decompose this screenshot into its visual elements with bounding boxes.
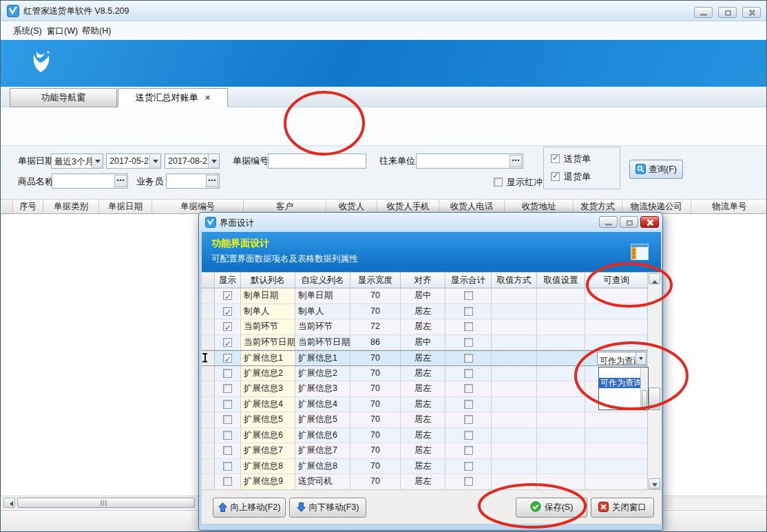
date-range-select[interactable]: 最近3个月 — [51, 153, 103, 169]
visible-cell[interactable] — [215, 319, 241, 334]
menu-help[interactable]: 帮助(H) — [82, 25, 111, 37]
column-header[interactable]: 收货人电话 — [439, 200, 505, 213]
show-total-cell[interactable] — [445, 335, 492, 350]
value-setting-cell[interactable] — [537, 459, 585, 474]
value-setting-cell[interactable] — [537, 304, 585, 319]
table-row[interactable]: 制单日期 制单日期 70 居中 — [202, 288, 647, 304]
value-method-cell[interactable] — [492, 474, 537, 489]
align-cell[interactable]: 居左 — [401, 397, 445, 412]
queryable-cell[interactable]: 可作为查询条件 — [585, 351, 647, 365]
dialog-maximize-button[interactable] — [620, 216, 638, 228]
checkbox-icon[interactable] — [223, 400, 232, 409]
partner-input[interactable]: ⋯ — [416, 153, 523, 169]
default-name-cell[interactable]: 扩展信息7 — [241, 443, 295, 458]
dialog-close-button[interactable] — [640, 216, 659, 228]
menu-system[interactable]: 系统(S) — [13, 25, 42, 37]
table-row[interactable]: 扩展信息9 送货司机 70 居左 — [202, 474, 647, 490]
queryable-cell[interactable] — [585, 474, 647, 489]
value-method-cell[interactable] — [492, 288, 537, 304]
column-header[interactable]: 显示 — [215, 273, 241, 288]
visible-cell[interactable] — [215, 443, 241, 458]
custom-name-cell[interactable]: 扩展信息2 — [295, 366, 350, 381]
default-name-cell[interactable]: 扩展信息8 — [241, 459, 295, 474]
close-button[interactable] — [742, 7, 761, 18]
date-from-select[interactable]: 2017-05-21 — [106, 153, 161, 169]
dialog-minimize-button[interactable] — [599, 216, 618, 228]
queryable-cell[interactable] — [585, 428, 647, 443]
value-method-cell[interactable] — [492, 304, 537, 319]
column-header[interactable]: 物流快递公司 — [622, 200, 691, 213]
column-header[interactable]: 对齐 — [401, 273, 445, 288]
visible-cell[interactable] — [215, 412, 241, 427]
table-row[interactable]: 扩展信息8 扩展信息8 70 居左 — [202, 459, 647, 475]
width-cell[interactable]: 70 — [350, 366, 401, 381]
bill-no-input[interactable] — [268, 153, 366, 169]
queryable-cell[interactable] — [585, 304, 647, 319]
width-cell[interactable]: 70 — [350, 288, 401, 304]
checkbox-icon[interactable] — [223, 354, 232, 363]
checkbox-icon[interactable] — [223, 477, 232, 486]
column-header[interactable]: 序号 — [13, 200, 43, 213]
column-header[interactable]: 显示宽度 — [350, 273, 401, 288]
dropdown-scrollbar[interactable] — [640, 368, 648, 409]
column-header[interactable]: 取值方式 — [492, 273, 537, 288]
default-name-cell[interactable]: 扩展信息4 — [241, 397, 295, 412]
chevron-down-icon[interactable] — [92, 154, 103, 168]
checkbox-icon[interactable] — [464, 369, 473, 378]
value-setting-cell[interactable] — [537, 366, 585, 381]
value-method-cell[interactable] — [492, 428, 537, 443]
menu-window[interactable]: 窗口(W) — [47, 25, 78, 37]
width-cell[interactable]: 70 — [350, 459, 401, 474]
align-cell[interactable]: 居左 — [401, 351, 445, 365]
checkbox-icon[interactable] — [223, 369, 232, 378]
custom-name-cell[interactable]: 当前环节 — [295, 319, 350, 334]
column-header[interactable]: 物流单号 — [691, 200, 767, 213]
value-setting-cell[interactable] — [537, 381, 585, 396]
show-total-cell[interactable] — [445, 474, 492, 489]
align-cell[interactable]: 居左 — [401, 474, 445, 489]
align-cell[interactable]: 居左 — [401, 381, 445, 396]
visible-cell[interactable] — [215, 335, 241, 350]
save-button[interactable]: 保存(S) — [516, 498, 587, 518]
align-cell[interactable]: 居左 — [401, 319, 445, 334]
table-row[interactable]: 扩展信息4 扩展信息4 70 居左 — [202, 397, 647, 413]
column-header[interactable]: 默认列名 — [241, 273, 295, 288]
return-checkbox[interactable]: 退货单 — [551, 171, 591, 183]
scroll-down-button[interactable] — [649, 478, 660, 489]
delivery-checkbox[interactable]: 送货单 — [551, 153, 591, 165]
ellipsis-button[interactable]: ⋯ — [114, 175, 127, 187]
queryable-cell[interactable] — [585, 288, 647, 304]
visible-cell[interactable] — [215, 351, 241, 365]
visible-cell[interactable] — [215, 428, 241, 443]
value-method-cell[interactable] — [492, 381, 537, 396]
value-method-cell[interactable] — [492, 366, 537, 381]
column-header[interactable]: 收货地址 — [505, 200, 574, 213]
show-total-cell[interactable] — [445, 397, 492, 412]
width-cell[interactable]: 70 — [350, 304, 401, 319]
custom-name-cell[interactable]: 扩展信息1 — [295, 351, 350, 365]
table-row[interactable]: 扩展信息3 扩展信息3 70 居左 — [202, 381, 647, 397]
checkbox-icon[interactable] — [223, 338, 232, 347]
show-total-cell[interactable] — [445, 428, 492, 443]
custom-name-cell[interactable]: 扩展信息7 — [295, 443, 350, 458]
scrollbar-thumb[interactable] — [649, 387, 660, 410]
checkbox-icon[interactable] — [223, 322, 232, 331]
custom-name-cell[interactable]: 制单日期 — [295, 288, 350, 304]
width-cell[interactable]: 70 — [350, 428, 401, 443]
align-cell[interactable]: 居左 — [401, 443, 445, 458]
checkbox-icon[interactable] — [464, 415, 473, 424]
default-name-cell[interactable]: 扩展信息2 — [241, 366, 295, 381]
checkbox-icon[interactable] — [464, 384, 473, 393]
custom-name-cell[interactable]: 当前环节日期 — [295, 335, 350, 350]
column-header[interactable]: 收货人手机 — [377, 200, 439, 213]
value-setting-cell[interactable] — [537, 443, 585, 458]
visible-cell[interactable] — [215, 397, 241, 412]
table-row[interactable]: 制单人 制单人 70 居左 — [202, 304, 647, 320]
custom-name-cell[interactable]: 制单人 — [295, 304, 350, 319]
checkbox-icon[interactable] — [223, 446, 232, 455]
value-method-cell[interactable] — [492, 319, 537, 334]
width-cell[interactable]: 70 — [350, 474, 401, 489]
column-header[interactable]: 收货人 — [326, 200, 377, 213]
scrollbar-thumb[interactable] — [642, 390, 647, 408]
align-cell[interactable]: 居左 — [401, 459, 445, 474]
